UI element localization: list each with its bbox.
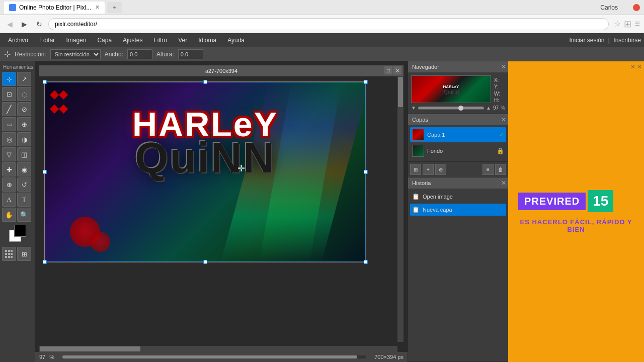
navigator-section: Navegador ✕ HARLeY QuiNN X: Y: — [408, 61, 508, 114]
move-tool-btn[interactable]: ⊹ — [2, 72, 16, 86]
hand-tool-btn[interactable]: ✋ — [2, 208, 16, 222]
canvas-close-btn[interactable]: ✕ — [393, 66, 401, 74]
menu-capa[interactable]: Capa — [92, 36, 117, 45]
auth-sep: | — [608, 37, 610, 44]
window-close-btn[interactable] — [633, 4, 640, 11]
restriction-select[interactable]: Sin restricción — [50, 49, 101, 59]
sel-handle-tm[interactable] — [203, 80, 207, 84]
brush-tool-btn[interactable]: ╱ — [2, 102, 16, 116]
canvas-hscrollbar[interactable] — [39, 346, 397, 352]
height-input[interactable] — [178, 49, 203, 59]
eraser-tool-btn[interactable]: ▭ — [2, 117, 16, 131]
navigator-preview: HARLeY QuiNN — [411, 75, 491, 103]
navigator-close-btn[interactable]: ✕ — [501, 63, 506, 70]
canvas-vscrollbar[interactable] — [397, 76, 404, 342]
menu-editar[interactable]: Editar — [34, 36, 60, 45]
layers-grid-btn[interactable]: ⊞ — [410, 164, 421, 175]
dodge-tool-btn[interactable]: ◑ — [17, 132, 31, 146]
sel-handle-ml[interactable] — [43, 170, 47, 174]
sel-handle-bm[interactable] — [203, 260, 207, 264]
tab-close-btn[interactable]: ✕ — [95, 4, 100, 11]
history-name-2: Nueva capa — [423, 207, 452, 213]
canvas-area: a27-700x394 □ ✕ ◆◆◆◆ — [35, 61, 408, 362]
ad-logo-text: PREVIRED — [518, 193, 586, 210]
layer-item-2[interactable]: Fondo 🔒 — [410, 143, 506, 158]
history-close-btn[interactable]: ✕ — [501, 179, 506, 187]
forward-btn[interactable]: ▶ — [19, 19, 30, 29]
tab-favicon — [9, 4, 16, 11]
menu-ayuda[interactable]: Ayuda — [222, 36, 250, 45]
width-input[interactable] — [127, 49, 152, 59]
menu-icon[interactable]: ≡ — [634, 19, 640, 29]
nav-zoom-row: ▼ ▲ 97 % — [411, 105, 505, 111]
menu-filtro[interactable]: Filtro — [148, 36, 172, 45]
move-tool-icon[interactable]: ⊹ — [4, 49, 11, 59]
heal-tool-btn[interactable]: ✚ — [2, 162, 16, 176]
sel-handle-bl[interactable] — [43, 260, 47, 264]
sel-handle-tl[interactable] — [43, 80, 47, 84]
browser-tab[interactable]: Online Photo Editor | Pixl... ✕ — [4, 2, 105, 14]
canvas-content[interactable]: ◆◆◆◆ HARLeY QuiNN — [39, 76, 404, 352]
ad-panel: ✕ ✕ PREVIRED 15 ES HACERLO FÁCIL, RÁPIDO… — [508, 61, 644, 362]
foreground-color-swatch[interactable] — [14, 225, 26, 237]
menu-ver[interactable]: Ver — [173, 36, 192, 45]
layer-item-1[interactable]: Capa 1 ✓ — [410, 127, 506, 142]
options-btn[interactable]: ⊞ — [17, 247, 31, 261]
blur-tool-btn[interactable]: ◎ — [2, 132, 16, 146]
tool-row-3: ╱ ⊘ — [2, 102, 33, 116]
zoom-up-icon[interactable]: ▲ — [486, 105, 491, 111]
clone-tool-btn[interactable]: ⊕ — [17, 117, 31, 131]
sel-handle-mr[interactable] — [364, 170, 368, 174]
extensions-icon[interactable]: ⊞ — [624, 19, 631, 30]
history-item-1[interactable]: 📋 Open image — [410, 191, 506, 203]
ad-content: PREVIRED 15 ES HACERLO FÁCIL, RÁPIDO Y B… — [508, 180, 644, 243]
vscroll-thumb[interactable] — [398, 77, 403, 107]
menu-idioma[interactable]: Idioma — [193, 36, 221, 45]
move2-tool-btn[interactable]: ⊕ — [2, 177, 16, 192]
layers-new-btn[interactable]: + — [423, 164, 434, 175]
history-item-2[interactable]: 📋 Nueva capa — [410, 204, 506, 216]
grid-btn[interactable] — [2, 247, 16, 261]
address-bar[interactable] — [48, 18, 609, 30]
gradient-tool-btn[interactable]: ◫ — [17, 147, 31, 161]
red-eye-tool-btn[interactable]: ◉ — [17, 162, 31, 176]
zoom-down-icon[interactable]: ▼ — [411, 105, 416, 111]
canvas-maximize-btn[interactable]: □ — [384, 66, 392, 74]
zoom-slider-thumb[interactable] — [458, 106, 463, 111]
w-label: W: — [494, 91, 500, 97]
zoom-slider[interactable] — [418, 106, 484, 110]
ad-close-btn[interactable]: ✕ ✕ — [630, 63, 642, 70]
layer-visible-1[interactable]: ✓ — [499, 131, 504, 138]
canvas-image[interactable]: ◆◆◆◆ HARLeY QuiNN — [44, 81, 366, 262]
zoom-tool-btn[interactable]: 🔍 — [17, 208, 31, 222]
layers-delete-btn[interactable]: 🗑 — [495, 164, 506, 175]
sel-handle-br[interactable] — [364, 260, 368, 264]
text-tool-btn[interactable]: A — [2, 193, 16, 207]
lasso-tool-btn[interactable]: ◌ — [17, 87, 31, 101]
zoom-progress-fill — [62, 355, 357, 358]
back-btn[interactable]: ◀ — [4, 19, 16, 29]
layers-close-btn[interactable]: ✕ — [501, 116, 506, 123]
menu-imagen[interactable]: Imagen — [61, 36, 91, 45]
menu-archivo[interactable]: Archivo — [3, 36, 33, 45]
layers-menu-btn[interactable]: ≡ — [482, 164, 494, 175]
transform-tool-btn[interactable]: ↗ — [17, 72, 31, 86]
layer-name-1: Capa 1 — [427, 132, 496, 138]
rotate-tool-btn[interactable]: ↺ — [17, 177, 31, 192]
crop-tool-btn[interactable]: ⊡ — [2, 87, 16, 101]
smudge-tool-btn[interactable]: ⊘ — [17, 102, 31, 116]
type-tool-btn[interactable]: T — [17, 193, 31, 207]
zoom-slider-track — [418, 107, 484, 109]
menu-ajustes[interactable]: Ajustes — [118, 36, 147, 45]
sel-handle-tr[interactable] — [364, 80, 368, 84]
hscroll-thumb[interactable] — [40, 346, 140, 351]
reload-btn[interactable]: ↻ — [33, 19, 45, 29]
register-link[interactable]: Inscribirse — [613, 37, 641, 44]
login-link[interactable]: Iniciar sesión — [569, 37, 604, 44]
bookmark-icon[interactable]: ☆ — [614, 19, 621, 29]
fill-tool-btn[interactable]: ▽ — [2, 147, 16, 161]
canvas-title: a27-700x394 — [205, 68, 237, 74]
new-tab-btn[interactable]: + — [107, 2, 122, 13]
ad-tagline: ES HACERLO FÁCIL, RÁPIDO Y BIEN — [518, 218, 634, 233]
layers-copy-btn[interactable]: ⊕ — [435, 164, 446, 175]
